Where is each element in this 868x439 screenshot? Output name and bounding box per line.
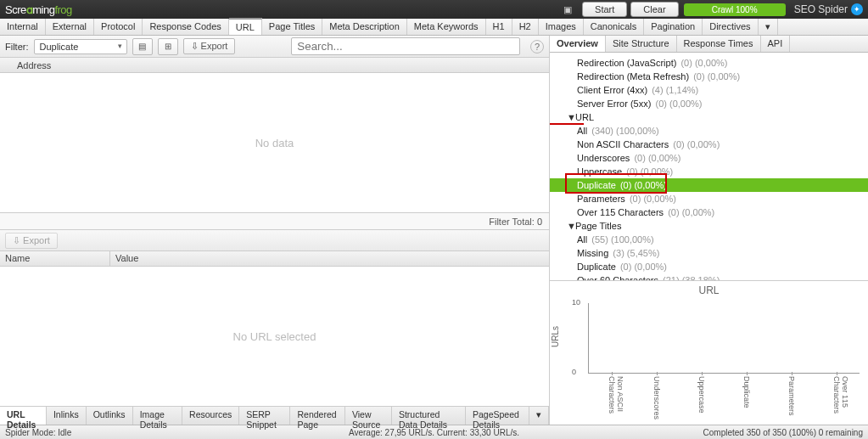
- tab-internal[interactable]: Internal: [0, 19, 46, 35]
- detail-tab-overflow-icon[interactable]: ▾: [529, 407, 549, 425]
- tree-item-uppercase[interactable]: Uppercase (0) (0,00%): [550, 165, 868, 178]
- tree-item-duplicate[interactable]: Duplicate (0) (0,00%): [550, 260, 868, 273]
- chart-ylabel: URLs: [551, 325, 560, 346]
- tree-item-underscores[interactable]: Underscores (0) (0,00%): [550, 151, 868, 165]
- tab-url[interactable]: URL: [229, 18, 262, 35]
- start-button[interactable]: Start: [582, 2, 627, 17]
- filter-label: Filter:: [5, 42, 29, 52]
- help-icon[interactable]: ?: [530, 40, 544, 53]
- tab-meta-description[interactable]: Meta Description: [322, 19, 407, 35]
- results-grid: No data: [0, 73, 549, 212]
- right-tab-site-structure[interactable]: Site Structure: [606, 36, 677, 52]
- filter-toolbar: Filter: Duplicate ▤ ⊞ ⇩ Export ?: [0, 36, 549, 58]
- tab-images[interactable]: Images: [539, 19, 584, 35]
- statusbar: Spider Mode: Idle Average: 27,95 URL/s. …: [0, 425, 868, 439]
- main-tabbar: InternalExternalProtocolResponse CodesUR…: [0, 19, 868, 36]
- brand-label: SEO Spider: [794, 3, 848, 15]
- url-chart: URL URLs 010Non ASCII CharactersUndersco…: [550, 280, 868, 425]
- tree-item-all[interactable]: All (55) (100,00%): [550, 233, 868, 246]
- list-view-icon[interactable]: ▤: [132, 38, 153, 55]
- filter-total: Filter Total: 0: [0, 212, 549, 229]
- tab-pagination[interactable]: Pagination: [644, 19, 703, 35]
- tab-protocol[interactable]: Protocol: [94, 19, 143, 35]
- tree-item-non-ascii-characters[interactable]: Non ASCII Characters (0) (0,00%): [550, 138, 868, 151]
- tree-item-redirection-meta-refresh-[interactable]: Redirection (Meta Refresh) (0) (0,00%): [550, 70, 868, 83]
- tree-item-all[interactable]: All (340) (100,00%): [550, 124, 868, 138]
- tree-item-client-error-4xx-[interactable]: Client Error (4xx) (4) (1,14%): [550, 83, 868, 97]
- tree-item-over-60-characters[interactable]: Over 60 Characters (21) (38,18%): [550, 273, 868, 280]
- detail-header: Name Value: [0, 251, 549, 267]
- tree-item-url[interactable]: ▼URL: [550, 110, 868, 124]
- tree-item-server-error-5xx-[interactable]: Server Error (5xx) (0) (0,00%): [550, 97, 868, 110]
- brand-icon: ✦: [851, 3, 863, 15]
- no-url-label: No URL selected: [233, 330, 316, 343]
- maximize-icon[interactable]: ▣: [563, 4, 572, 15]
- detail-tab-structured-data-details[interactable]: Structured Data Details: [392, 407, 466, 425]
- tree-item-missing[interactable]: Missing (3) (5,45%): [550, 246, 868, 260]
- overview-tree: Redirection (JavaScript) (0) (0,00%)Redi…: [550, 53, 868, 280]
- status-completed: Completed 350 of 350 (100%) 0 remaining: [703, 428, 863, 437]
- right-tab-response-times[interactable]: Response Times: [677, 36, 761, 52]
- status-mode: Spider Mode: Idle: [5, 428, 71, 437]
- tab-response-codes[interactable]: Response Codes: [143, 19, 228, 35]
- logo: Screɑmingfrog: [5, 3, 72, 16]
- col-name[interactable]: Name: [0, 251, 110, 266]
- detail-export-button[interactable]: ⇩ Export: [5, 233, 58, 249]
- col-value[interactable]: Value: [110, 251, 143, 266]
- tab-meta-keywords[interactable]: Meta Keywords: [407, 19, 486, 35]
- right-tab-overview[interactable]: Overview: [550, 36, 606, 52]
- tree-item-parameters[interactable]: Parameters (0) (0,00%): [550, 192, 868, 205]
- crawl-progress: Crawl 100%: [684, 3, 786, 16]
- export-button[interactable]: ⇩ Export: [183, 38, 236, 54]
- detail-tab-view-source[interactable]: View Source: [345, 407, 392, 425]
- status-rates: Average: 27,95 URL/s. Current: 33,30 URL…: [349, 428, 519, 437]
- detail-tab-url-details[interactable]: URL Details: [0, 407, 47, 425]
- tab-directives[interactable]: Directives: [703, 19, 758, 35]
- detail-toolbar: ⇩ Export: [0, 229, 549, 251]
- tree-item-redirection-javascript-[interactable]: Redirection (JavaScript) (0) (0,00%): [550, 56, 868, 70]
- right-tabbar: OverviewSite StructureResponse TimesAPI: [550, 36, 868, 53]
- tab-external[interactable]: External: [46, 19, 94, 35]
- detail-tabbar: URL DetailsInlinksOutlinksImage DetailsR…: [0, 406, 549, 425]
- tree-item-duplicate[interactable]: Duplicate (0) (0,00%): [550, 178, 868, 192]
- tree-view-icon[interactable]: ⊞: [158, 38, 178, 55]
- detail-body: No URL selected: [0, 267, 549, 406]
- chart-title: URL: [550, 281, 868, 296]
- tab-canonicals[interactable]: Canonicals: [584, 19, 644, 35]
- no-data-label: No data: [255, 137, 294, 149]
- tree-item-over-115-characters[interactable]: Over 115 Characters (0) (0,00%): [550, 205, 868, 219]
- right-tab-api[interactable]: API: [761, 36, 791, 52]
- detail-tab-outlinks[interactable]: Outlinks: [87, 407, 133, 425]
- detail-tab-rendered-page[interactable]: Rendered Page: [290, 407, 344, 425]
- detail-tab-image-details[interactable]: Image Details: [133, 407, 182, 425]
- tab-page-titles[interactable]: Page Titles: [262, 19, 322, 35]
- detail-tab-resources[interactable]: Resources: [182, 407, 239, 425]
- detail-tab-inlinks[interactable]: Inlinks: [47, 407, 87, 425]
- titlebar: Screɑmingfrog ▣ Start Clear Crawl 100% S…: [0, 0, 868, 19]
- grid-header-address[interactable]: Address: [0, 58, 549, 73]
- detail-tab-serp-snippet[interactable]: SERP Snippet: [239, 407, 290, 425]
- detail-tab-pagespeed-details[interactable]: PageSpeed Details: [466, 407, 529, 425]
- clear-button[interactable]: Clear: [630, 2, 678, 17]
- tree-item-page-titles[interactable]: ▼Page Titles: [550, 219, 868, 233]
- tab-h2[interactable]: H2: [512, 19, 539, 35]
- search-input[interactable]: [291, 37, 520, 55]
- tab-overflow-icon[interactable]: ▾: [759, 19, 778, 35]
- tab-h1[interactable]: H1: [486, 19, 512, 35]
- filter-select[interactable]: Duplicate: [34, 39, 127, 54]
